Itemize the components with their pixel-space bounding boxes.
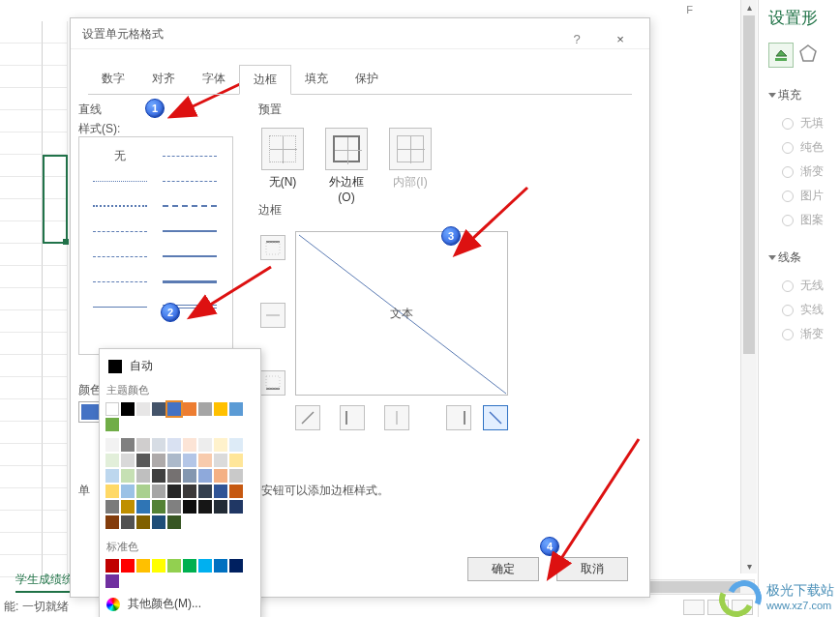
tab-protection[interactable]: 保护: [342, 65, 392, 95]
color-swatch[interactable]: [167, 500, 181, 514]
color-swatch[interactable]: [214, 438, 227, 452]
color-swatch[interactable]: [152, 438, 165, 452]
color-swatch[interactable]: [121, 402, 135, 416]
color-swatch[interactable]: [229, 454, 243, 467]
fill-option[interactable]: 渐变: [782, 163, 840, 180]
color-swatch[interactable]: [121, 515, 135, 529]
color-swatch[interactable]: [229, 485, 243, 498]
line-style[interactable]: [157, 220, 223, 242]
color-swatch[interactable]: [152, 485, 165, 498]
color-swatch[interactable]: [183, 559, 196, 573]
color-swatch[interactable]: [152, 454, 165, 467]
cancel-button[interactable]: 取消: [556, 557, 628, 581]
color-swatch[interactable]: [198, 500, 212, 514]
color-swatch[interactable]: [198, 469, 212, 483]
tab-font[interactable]: 字体: [189, 65, 239, 95]
color-swatch[interactable]: [214, 454, 227, 467]
line-style[interactable]: [87, 170, 153, 191]
color-swatch[interactable]: [105, 402, 119, 416]
fill-option[interactable]: 纯色: [782, 139, 840, 156]
color-swatch[interactable]: [183, 485, 196, 498]
color-swatch[interactable]: [136, 469, 150, 483]
color-swatch[interactable]: [167, 402, 181, 416]
color-swatch[interactable]: [167, 454, 181, 467]
color-swatch[interactable]: [105, 515, 119, 529]
line-style[interactable]: [157, 246, 223, 267]
line-style[interactable]: [157, 145, 223, 166]
color-swatch[interactable]: [136, 402, 150, 416]
preset-none[interactable]: 无(N): [258, 128, 307, 204]
color-swatch[interactable]: [152, 559, 165, 573]
border-left-button[interactable]: [340, 405, 365, 430]
color-swatch[interactable]: [105, 500, 119, 514]
border-mid-v-button[interactable]: [384, 405, 409, 430]
color-swatch[interactable]: [229, 559, 243, 573]
color-swatch[interactable]: [183, 500, 196, 514]
line-section-header[interactable]: 线条: [768, 250, 840, 266]
tab-number[interactable]: 数字: [88, 65, 138, 95]
color-swatch[interactable]: [121, 438, 135, 452]
color-swatch[interactable]: [105, 485, 119, 498]
fill-section-header[interactable]: 填充: [768, 87, 840, 103]
color-swatch[interactable]: [152, 402, 165, 416]
color-swatch[interactable]: [105, 574, 119, 588]
scroll-up-icon[interactable]: ▴: [741, 0, 758, 15]
color-swatch[interactable]: [214, 469, 227, 483]
border-diag-up-button[interactable]: [295, 405, 320, 430]
color-swatch[interactable]: [229, 402, 243, 416]
line-style[interactable]: [157, 271, 223, 292]
color-swatch[interactable]: [229, 438, 243, 452]
color-swatch[interactable]: [183, 454, 196, 467]
color-swatch[interactable]: [152, 515, 165, 529]
color-swatch[interactable]: [105, 418, 119, 431]
preset-inner[interactable]: 内部(I): [386, 128, 435, 204]
color-swatch[interactable]: [136, 515, 150, 529]
color-swatch[interactable]: [214, 559, 227, 573]
line-style[interactable]: [87, 296, 153, 317]
fill-option[interactable]: 图片: [782, 188, 840, 204]
scroll-down-icon[interactable]: ▾: [741, 559, 758, 573]
color-swatch[interactable]: [198, 454, 212, 467]
color-swatch[interactable]: [121, 500, 135, 514]
color-swatch[interactable]: [136, 500, 150, 514]
color-swatch[interactable]: [105, 469, 119, 483]
color-swatch[interactable]: [105, 559, 119, 573]
color-swatch[interactable]: [198, 485, 212, 498]
color-swatch[interactable]: [198, 559, 212, 573]
color-swatch[interactable]: [229, 469, 243, 483]
border-top-button[interactable]: [260, 235, 285, 260]
color-swatch[interactable]: [167, 438, 181, 452]
color-swatch[interactable]: [121, 485, 135, 498]
color-swatch[interactable]: [167, 469, 181, 483]
border-mid-h-button[interactable]: [260, 303, 285, 328]
color-swatch[interactable]: [167, 559, 181, 573]
color-swatch[interactable]: [214, 402, 227, 416]
color-swatch[interactable]: [136, 559, 150, 573]
color-swatch[interactable]: [152, 500, 165, 514]
color-swatch[interactable]: [167, 485, 181, 498]
color-auto[interactable]: 自动: [105, 354, 255, 380]
fill-option[interactable]: 无填: [782, 115, 840, 132]
tab-border[interactable]: 边框: [239, 65, 291, 95]
line-style[interactable]: [87, 246, 153, 267]
color-swatch[interactable]: [214, 500, 227, 514]
color-swatch[interactable]: [152, 469, 165, 483]
line-style-list[interactable]: 无: [78, 136, 233, 355]
border-right-button[interactable]: [446, 405, 471, 430]
close-button[interactable]: ×: [601, 24, 640, 44]
color-swatch[interactable]: [183, 402, 196, 416]
border-diag-down-button[interactable]: [483, 405, 508, 430]
vertical-scrollbar[interactable]: ▴ ▾: [740, 0, 757, 573]
line-option[interactable]: 实线: [782, 302, 840, 318]
tab-alignment[interactable]: 对齐: [138, 65, 189, 95]
color-swatch[interactable]: [105, 454, 119, 467]
line-option[interactable]: 渐变: [782, 326, 840, 342]
fill-handle[interactable]: [63, 239, 69, 245]
tab-fill[interactable]: 填充: [291, 65, 342, 95]
color-swatch[interactable]: [198, 438, 212, 452]
color-swatch[interactable]: [214, 485, 227, 498]
color-swatch[interactable]: [136, 485, 150, 498]
effects-tab-icon[interactable]: [797, 43, 823, 68]
color-swatch[interactable]: [121, 559, 135, 573]
color-swatch[interactable]: [198, 402, 212, 416]
